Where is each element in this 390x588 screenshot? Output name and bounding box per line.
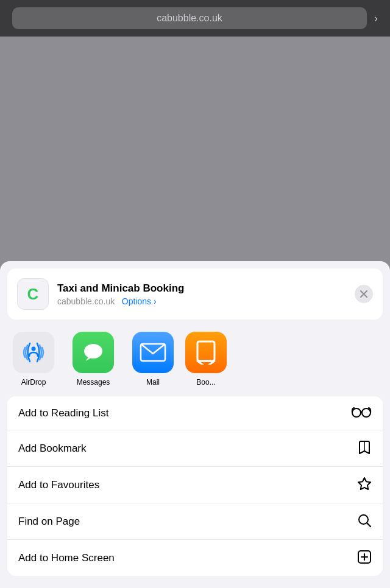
- bookmarks-icon-wrap: [185, 332, 227, 373]
- search-icon: [357, 513, 372, 530]
- messages-icon-wrap: [73, 332, 114, 373]
- svg-line-10: [367, 523, 371, 527]
- action-list: Add to Reading List Add Bookmark: [7, 396, 383, 576]
- airdrop-svg-icon: [20, 339, 47, 366]
- messages-svg-icon: [80, 340, 106, 365]
- action-reading-list[interactable]: Add to Reading List: [7, 396, 383, 430]
- reading-list-label: Add to Reading List: [18, 407, 108, 419]
- share-sheet: C Taxi and Minicab Booking cabubble.co.u…: [0, 261, 390, 588]
- mail-label: Mail: [146, 378, 160, 387]
- share-app-title: Taxi and Minicab Booking: [57, 282, 346, 295]
- app-icon: C: [17, 278, 49, 310]
- svg-point-5: [352, 408, 361, 417]
- plus-square-icon: [357, 550, 372, 566]
- svg-rect-3: [197, 341, 214, 361]
- app-item-bookmarks[interactable]: Boo...: [185, 332, 227, 387]
- star-icon: [357, 477, 372, 493]
- options-link[interactable]: Options ›: [122, 296, 157, 306]
- svg-point-0: [32, 347, 36, 351]
- url-bar[interactable]: cabubble.co.uk: [12, 7, 367, 29]
- favourites-label: Add to Favourites: [18, 479, 99, 491]
- book-icon: [357, 440, 372, 457]
- share-header: C Taxi and Minicab Booking cabubble.co.u…: [7, 268, 383, 320]
- mail-svg-icon: [140, 343, 166, 362]
- bookmarks-label: Boo...: [196, 378, 215, 387]
- app-domain: cabubble.co.uk: [57, 296, 115, 306]
- app-item-messages[interactable]: Messages: [66, 332, 121, 387]
- app-icon-letter: C: [27, 285, 39, 304]
- action-bookmark[interactable]: Add Bookmark: [7, 430, 383, 467]
- airdrop-icon-wrap: [13, 332, 54, 373]
- bottom-spacer: [0, 576, 390, 588]
- share-app-subtitle: cabubble.co.uk Options ›: [57, 296, 346, 306]
- action-find-on-page[interactable]: Find on Page: [7, 503, 383, 540]
- browser-bar: cabubble.co.uk ›: [0, 0, 390, 37]
- close-button[interactable]: [355, 285, 373, 303]
- messages-label: Messages: [77, 378, 110, 387]
- app-item-mail[interactable]: Mail: [126, 332, 180, 387]
- mail-icon-wrap: [132, 332, 174, 373]
- svg-marker-4: [197, 361, 214, 365]
- action-favourites[interactable]: Add to Favourites: [7, 467, 383, 503]
- bookmark-label: Add Bookmark: [18, 443, 87, 455]
- glasses-icon: [351, 406, 372, 420]
- bookmarks-svg-icon: [196, 340, 216, 365]
- share-title-block: Taxi and Minicab Booking cabubble.co.uk …: [57, 282, 346, 306]
- airdrop-label: AirDrop: [21, 378, 46, 387]
- forward-icon[interactable]: ›: [374, 12, 378, 25]
- action-home-screen[interactable]: Add to Home Screen: [7, 540, 383, 576]
- app-item-airdrop[interactable]: AirDrop: [6, 332, 61, 387]
- svg-point-6: [362, 408, 370, 417]
- find-on-page-label: Find on Page: [18, 516, 80, 528]
- url-text: cabubble.co.uk: [157, 13, 222, 24]
- apps-row: AirDrop Messages Mail: [0, 320, 390, 396]
- home-screen-label: Add to Home Screen: [18, 552, 115, 564]
- svg-marker-8: [358, 478, 370, 489]
- svg-point-1: [84, 344, 102, 359]
